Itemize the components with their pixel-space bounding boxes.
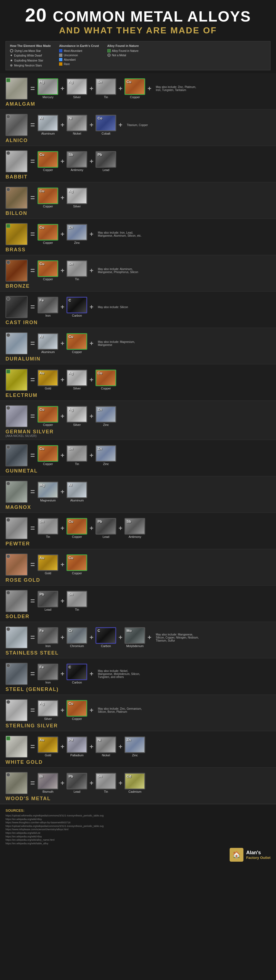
equals-rosegold: =: [30, 560, 35, 569]
source-link-4: https://www.infoplease.com/science/chemi…: [5, 828, 270, 831]
element-img-babbit-Sb: Sb: [67, 151, 87, 168]
alloy-sample-wrap-billon: [5, 187, 27, 209]
alloy-sample-wrap-magnox: [5, 481, 27, 503]
alloy-nature-badge-germansilver: [6, 406, 10, 410]
element-name-Sn: Tin: [46, 535, 50, 538]
equals-woodsmetal: =: [30, 779, 35, 788]
alloy-section-bronze: =CuCopper+SnTin+May also include: Alumin…: [0, 255, 276, 291]
alloy-nature-badge-brass: [6, 224, 10, 228]
nature-yes-icon: [6, 737, 10, 740]
element-name-Pb: Lead: [74, 790, 80, 793]
alloy-section-babbit: =CuCopper+SbAntimony+PbLeadBABBIT: [0, 146, 276, 182]
alloy-name-stainlesssteel: STAINLESS STEEL: [5, 650, 270, 656]
alloy-sample-wrap-amalgam: [5, 78, 27, 100]
alloy-name-row-pewter: PEWTER: [5, 540, 270, 547]
equals-pewter: =: [30, 524, 35, 533]
plus-mayalso-steelgeneral: +: [89, 670, 93, 678]
element-symbol-Zn: Zn: [97, 447, 102, 451]
alloy-row-pewter: =SnTin+CuCopper+PbLead+SbAntimony: [5, 515, 270, 540]
element-symbol-Cu: Cu: [40, 153, 44, 157]
element-img-germansilver-Cu: Cu: [38, 406, 58, 423]
legend-abundant: Abundant: [59, 58, 99, 61]
element-img-whitegold-Ni: Ni: [96, 737, 116, 753]
element-card-pewter-Pb: PbLead: [96, 518, 116, 538]
element-img-magnox-Al: Al: [67, 482, 87, 498]
alloy-row-alnico: =AlAluminum+NiNickel+CoCobalt+Titanium, …: [5, 112, 270, 137]
element-symbol-Al: Al: [69, 483, 72, 487]
alloy-name-rosegold: ROSE GOLD: [5, 577, 270, 583]
element-card-woodsmetal-Pb: PbLead: [67, 773, 87, 793]
alloy-row-stainlesssteel: =FeIron+CrChromium+CCarbon+MoMolybdenum+…: [5, 624, 270, 649]
alloy-name-row-sterlingsilver: STERLING SILVER: [5, 722, 270, 729]
alloy-name-row-magnox: MAGNOX: [5, 504, 270, 510]
element-img-woodsmetal-Pb: Pb: [67, 773, 87, 789]
element-name-Sn: Tin: [75, 277, 79, 281]
alloy-row-amalgam: =HgMercury+AgSilver+SnTin+CuCopper+May a…: [5, 75, 270, 101]
plus-sterlingsilver-1: +: [61, 706, 64, 714]
alloy-sample-wrap-solder: [5, 590, 27, 612]
element-card-gunmetal-Cu: CuCopper: [38, 445, 58, 466]
alloy-nature-badge-amalgam: [6, 78, 10, 82]
alloy-name-row-stainlesssteel: STAINLESS STEEL: [5, 649, 270, 656]
plus-pewter-1: +: [61, 524, 64, 532]
alloy-row-duralumin: =AlAluminum+CuCopper+May also include: M…: [5, 330, 270, 356]
element-img-solder-Pb: Pb: [38, 591, 58, 607]
element-name-Hg: Mercury: [43, 95, 54, 99]
element-card-electrum-Cu: CuCopper: [96, 370, 116, 390]
element-name-Zn: Zinc: [103, 423, 109, 426]
element-img-bronze-Cu: Cu: [38, 260, 58, 277]
element-symbol-Sn: Sn: [69, 262, 73, 266]
may-also-steelgeneral: May also include: Nickel, Manganese, Mol…: [98, 670, 142, 679]
element-symbol-Ag: Ag: [69, 189, 73, 193]
alloy-sample-wrap-alnico: [5, 114, 27, 136]
element-img-sterlingsilver-Cu: Cu: [67, 700, 87, 717]
alloy-name-gunmetal: GUNMETAL: [5, 468, 270, 474]
alloy-section-stainlesssteel: =FeIron+CrChromium+CCarbon+MoMolybdenum+…: [0, 622, 276, 659]
element-name-Pd: Palladium: [70, 754, 84, 757]
element-card-steelgeneral-Fe: FeIron: [38, 663, 58, 684]
element-name-Mg: Magnesium: [40, 499, 56, 502]
alloy-name-pewter: PEWTER: [5, 541, 270, 547]
element-card-babbit-Sb: SbAntimony: [67, 151, 87, 172]
plus-amalgam-1: +: [61, 85, 64, 92]
may-also-alnico: Titanium, Copper: [127, 124, 148, 127]
element-img-woodsmetal-Bi: Bi: [38, 773, 58, 789]
nature-no-icon: [6, 627, 10, 631]
element-name-Cu: Copper: [43, 277, 53, 281]
element-name-Fe: Iron: [45, 314, 51, 317]
neutron-stars-label: Merging Neutron Stars: [14, 64, 42, 67]
alloy-name-row-amalgam: AMALGAM: [5, 101, 270, 107]
equals-brass: =: [30, 230, 35, 239]
element-name-Cu: Copper: [72, 535, 82, 538]
element-img-rosegold-Au: Au: [38, 554, 58, 571]
alloy-row-electrum: =AuGold+AgSilver+CuCopper: [5, 367, 270, 392]
dying-star-icon: [10, 49, 13, 52]
element-symbol-Pb: Pb: [40, 592, 44, 596]
neutron-stars-icon: ⊕: [10, 64, 13, 67]
rare-label: Rare: [64, 63, 70, 66]
element-symbol-Cu: Cu: [40, 447, 44, 451]
plus-amalgam-2: +: [89, 85, 93, 92]
element-img-whitegold-Au: Au: [38, 737, 58, 753]
plus-alnico-2: +: [89, 121, 93, 129]
element-name-C: Carbon: [101, 644, 111, 648]
element-symbol-C: C: [69, 665, 71, 669]
element-name-Pb: Lead: [45, 608, 51, 611]
element-symbol-Co: Co: [97, 116, 102, 120]
element-img-solder-Sn: Sn: [67, 591, 87, 607]
element-name-Cu: Copper: [43, 462, 53, 466]
element-img-germansilver-Ag: Ag: [67, 406, 87, 423]
legend-white-dwarf: ✦ Exploding White Dwarf: [10, 54, 51, 57]
element-img-woodsmetal-Cd: Cd: [124, 773, 145, 789]
element-symbol-Cu: Cu: [40, 225, 44, 229]
element-card-woodsmetal-Cd: CdCadmium: [124, 773, 145, 793]
element-card-castiron-Fe: FeIron: [38, 297, 58, 317]
element-name-Ag: Silver: [73, 423, 81, 426]
alloy-section-solder: =PbLead+SnTinSOLDER: [0, 585, 276, 622]
element-img-stainlesssteel-Cr: Cr: [67, 627, 87, 644]
alloy-section-billon: =CuCopper+AgSilverBILLON: [0, 182, 276, 219]
element-img-duralumin-Cu: Cu: [67, 333, 87, 350]
element-card-stainlesssteel-Mo: MoMolybdenum: [124, 627, 145, 648]
source-link-0: https://upload.wikimedia.org/wikipedia/c…: [5, 814, 270, 818]
brand-text: Alan's Factory Outlet: [246, 850, 270, 860]
